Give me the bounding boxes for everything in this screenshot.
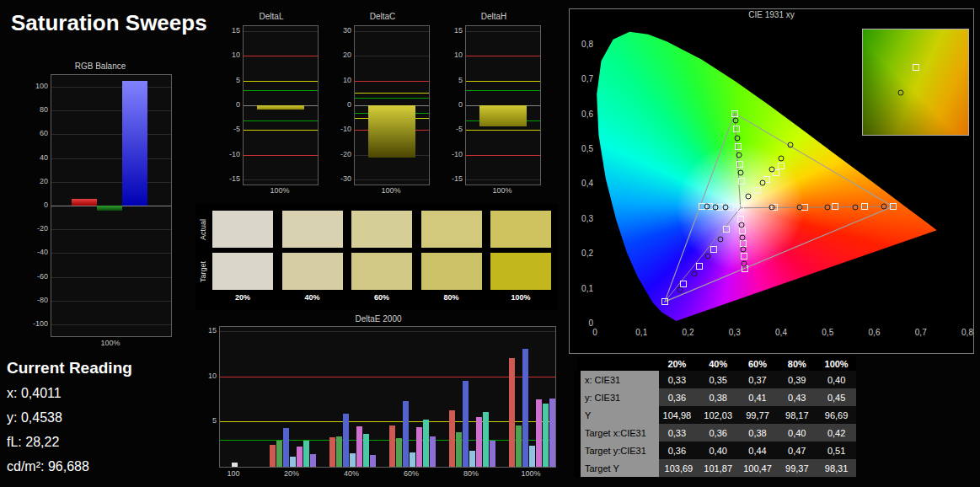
y-tick-label: 40 [24,153,48,162]
table-cell: 0,40 [777,424,817,442]
delta-l-chart: DeltaL 100% 151050-5-10-15 [221,11,322,201]
delta-h-title: DeltaH [443,12,544,21]
table-cell: 0,43 [777,388,817,406]
bar [356,426,362,467]
swatch [421,211,482,248]
table-cell: 0,35 [699,371,738,388]
ref-line [244,120,318,121]
y-tick-label: -20 [332,150,351,158]
inset-target-circle [898,90,904,96]
cie-target-circle [779,156,785,162]
x-tick-label: 0,6 [869,328,881,337]
y-tick-label: 0,7 [571,74,593,83]
bar [303,441,309,467]
x-tick-label: 0,3 [729,328,741,337]
y-tick-label: 20 [332,51,351,59]
cie-measured-square [754,187,761,194]
y-tick-label: 10 [443,51,463,59]
y-tick-label: 5 [443,76,463,84]
bar [463,381,469,467]
table-header-cell: 100% [817,356,856,371]
cie-target-circle [735,135,741,141]
y-tick-label: 20 [24,177,48,185]
gridline [244,31,318,32]
table-cell: 104,98 [659,406,699,424]
bar [410,452,415,467]
cie-measured-square [736,161,743,168]
ref-line [220,421,555,422]
y-tick-label: -100 [24,319,48,328]
table-cell: 0,38 [738,424,778,442]
y-tick-label: 0,5 [571,143,593,153]
bar [72,199,97,206]
deltae-2000-plot [219,326,556,468]
table-cell: 0,44 [738,442,778,459]
cie-target-circle [881,204,886,210]
bar [516,425,522,467]
bar [363,434,369,467]
x-tick-label: 0 [592,328,597,337]
y-tick-label: 30 [332,26,351,35]
cie-target-circle [741,247,747,253]
bar [122,81,147,206]
sweep-guide-line [665,208,741,302]
table-cell: 100,47 [738,459,778,477]
x-tick-label: 0,2 [683,328,694,337]
bar [416,427,422,467]
table-cell: 96,69 [817,406,856,424]
table-cell: 99,77 [738,406,778,424]
swatch-row-label: Actual [199,211,209,248]
cie-target-circle [732,117,738,123]
y-tick-label: -10 [221,150,240,158]
table-row: Target y:CIE310,360,400,440,470,51 [577,442,856,459]
gridline [355,179,429,180]
table-row: y: CIE310,360,380,410,430,45 [577,388,856,406]
bar [536,399,542,467]
gridline [51,182,171,183]
bar [490,441,495,467]
table-header-cell: 60% [738,356,778,371]
table-cell: 101,87 [699,459,738,477]
bar [469,451,475,467]
table-cell: 0,40 [699,442,738,459]
table-cell: 0,36 [659,388,699,406]
table-row: Target x:CIE310,330,360,380,400,42 [577,424,856,442]
ref-line [244,81,318,82]
cie-target-circle [768,204,774,210]
table-header-cell: 20% [659,356,699,371]
delta-c-title: DeltaC [332,12,433,21]
y-tick-label: 0 [443,100,463,109]
current-reading-x: x: 0,4011 [7,386,62,401]
gridline [51,87,171,88]
bar [389,425,395,467]
cie-measured-square [778,163,785,169]
cie-target-circle [797,204,803,210]
ref-line [355,93,429,94]
cie-target-circle [712,204,718,210]
ref-line [244,90,318,91]
cie-target-circle [746,193,752,199]
ref-line [220,377,555,377]
y-tick-label: -20 [24,224,48,233]
y-tick-label: 10 [221,51,240,59]
table-cell: 103,69 [659,459,699,477]
cie-target-circle [705,254,711,260]
current-reading-cdm2: cd/m²: 96,688 [7,459,89,474]
y-tick-label: 100 [24,82,48,90]
x-tick-label: 0,5 [822,328,833,337]
page-title: Saturation Sweeps [11,10,207,36]
y-tick-label: -40 [24,248,48,256]
y-tick-label: -5 [221,125,240,133]
table-row-label: x: CIE31 [577,371,659,388]
ref-line [355,81,429,82]
swatch [282,211,343,248]
swatch [212,253,273,290]
bar [423,420,429,467]
cie-target-circle [736,153,742,158]
table-row-label: Target Y [577,459,659,477]
bar [290,457,296,467]
bar [257,105,304,110]
table-cell: 0,36 [699,424,738,442]
table-cell: 0,37 [738,371,778,388]
gridline [466,31,540,32]
